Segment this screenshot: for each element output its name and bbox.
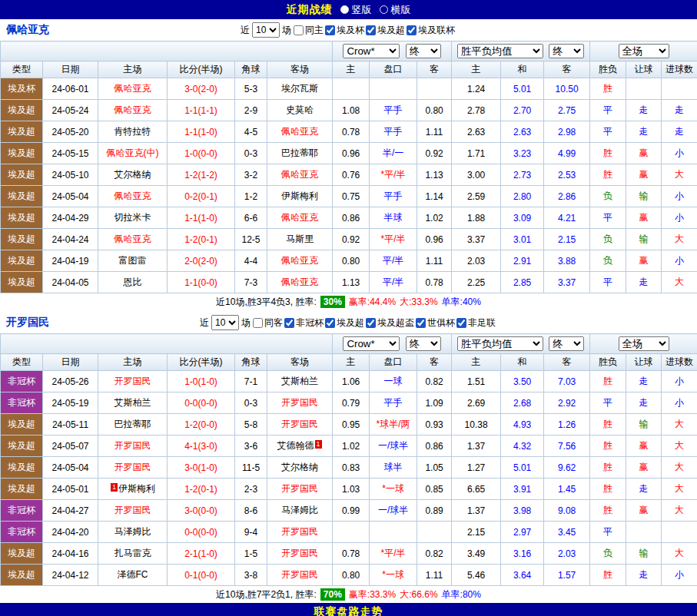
odds-home-cell: 1.02 [333, 436, 370, 457]
score-cell: 2-0(2-0) [168, 250, 235, 272]
result-goals-cell: 大 [662, 543, 697, 565]
team-name-link[interactable]: 恩比 [124, 277, 142, 287]
team-name-link[interactable]: 伊斯梅利 [281, 190, 318, 201]
filter-checkbox-input[interactable] [294, 25, 304, 35]
team-name-link[interactable]: 开罗国民 [281, 569, 318, 580]
team-name-link[interactable]: 佩哈亚克 [281, 212, 318, 223]
near-label: 近 [200, 316, 209, 330]
filter-checkbox[interactable]: 埃及超 [366, 24, 405, 37]
scope-select[interactable]: 全场 [619, 336, 669, 351]
filter-checkbox[interactable]: 非冠杯 [284, 316, 324, 330]
filter-checkbox-input[interactable] [416, 318, 426, 328]
team-name-link[interactable]: 埃尔瓦斯 [281, 83, 318, 94]
team-name-link[interactable]: 伊斯梅利 [118, 483, 155, 494]
team-name-link[interactable]: 富图雷 [119, 255, 147, 266]
team-name-link[interactable]: 泽德FC [118, 569, 148, 580]
filter-checkbox[interactable]: 埃及超 [325, 316, 364, 330]
avg-draw-cell: 2.97 [501, 522, 544, 543]
filter-checkbox[interactable]: 非足联 [456, 316, 496, 330]
filter-checkbox-input[interactable] [325, 25, 335, 35]
avg-home-cell: 1.71 [452, 143, 501, 164]
team-name-link[interactable]: 艾斯柏兰 [115, 397, 151, 408]
scope-select[interactable]: 全场 [619, 44, 669, 58]
filter-checkbox-input[interactable] [407, 25, 417, 35]
result-goals-cell: 小 [662, 392, 697, 414]
team-name-link[interactable]: 史莫哈 [286, 104, 314, 115]
away-team-cell: 马斯里 [267, 229, 333, 250]
team-name-link[interactable]: 巴拉蒂耶 [115, 419, 151, 429]
team-name-link[interactable]: 马斯里 [286, 233, 314, 244]
bottom-bar: 联赛盘路走势 [0, 603, 697, 616]
filter-checkbox-input[interactable] [366, 25, 376, 35]
filter-checkbox[interactable]: 埃及超盃 [366, 316, 414, 330]
avg-type-select[interactable]: 胜平负均值 [457, 336, 543, 351]
odds-away-cell: 0.89 [417, 500, 452, 522]
team-name-link[interactable]: 马泽姆比 [115, 526, 151, 537]
filter-checkbox[interactable]: 埃及联杯 [407, 24, 455, 37]
team-name-link[interactable]: 马泽姆比 [281, 505, 318, 515]
team-name-link[interactable]: 开罗国民 [115, 440, 151, 451]
filter-checkbox[interactable]: 同主 [294, 24, 324, 37]
team-name-link[interactable]: 扎马雷克 [115, 548, 151, 558]
odds-company-select[interactable]: Crow* [343, 336, 400, 351]
team-name-link[interactable]: 佩哈亚克 [281, 126, 318, 137]
team-name-link[interactable]: 佩哈亚克 [115, 83, 151, 94]
team-name-link[interactable]: 佩哈亚克(中) [107, 147, 159, 158]
team-name-link[interactable]: 切拉米卡 [115, 212, 151, 223]
team-name-link[interactable]: 开罗国民 [115, 462, 151, 472]
avg-draw-cell: 2.70 [501, 100, 544, 121]
filter-checkbox[interactable]: 世俱杯 [416, 316, 455, 330]
team-name-link[interactable]: 艾尔格纳 [281, 462, 318, 472]
odds-company-select[interactable]: Crow* [343, 44, 400, 58]
filter-checkbox[interactable]: 同客 [253, 316, 283, 330]
filter-checkbox-input[interactable] [366, 318, 376, 328]
odds-away-cell: 0.92 [417, 143, 452, 164]
filter-checkbox-input[interactable] [284, 318, 294, 328]
summary-text: 近10场,胜7平2负1, 胜率: [216, 588, 317, 601]
avg-type-select[interactable]: 胜平负均值 [457, 44, 543, 58]
team-name-link[interactable]: 佩哈亚克 [281, 255, 318, 266]
team-name-link[interactable]: 开罗国民 [281, 548, 318, 558]
filter-checkbox-input[interactable] [253, 318, 263, 328]
odds-home-cell: 0.83 [333, 457, 370, 479]
odds-home-cell: 0.79 [333, 392, 370, 414]
match-count-select[interactable]: 10 [252, 22, 280, 38]
avg-time-select[interactable]: 终 [549, 336, 584, 351]
team-name-link[interactable]: 开罗国民 [281, 419, 318, 429]
team-name-link[interactable]: 佩哈亚克 [115, 233, 151, 244]
team-name-link[interactable]: 艾德翰德 [277, 440, 314, 451]
col-res-handicap: 让球 [626, 354, 662, 371]
team-name-link[interactable]: 艾斯柏兰 [281, 376, 318, 386]
col-date: 日期 [43, 61, 98, 78]
away-team-cell: 佩哈亚克 [267, 207, 333, 229]
team-name-link[interactable]: 佩哈亚克 [115, 190, 151, 201]
filter-checkbox-input[interactable] [456, 318, 466, 328]
home-team-cell: 恩比 [98, 272, 168, 293]
team-name-link[interactable]: 开罗国民 [281, 483, 318, 494]
layout-radio-vertical[interactable]: 竖版 [340, 3, 372, 17]
filter-checkbox-input[interactable] [325, 318, 335, 328]
team-name-link[interactable]: 艾尔格纳 [115, 169, 151, 180]
team-name-link[interactable]: 开罗国民 [281, 397, 318, 408]
avg-time-select[interactable]: 终 [549, 44, 584, 58]
filter-checkbox-label: 非冠杯 [296, 316, 324, 330]
team-name-link[interactable]: 开罗国民 [115, 505, 151, 515]
filter-checkbox-label: 埃及杯 [337, 24, 364, 37]
col-type: 类型 [1, 354, 43, 371]
league-filter-group: 同客非冠杯埃及超埃及超盃世俱杯非足联 [253, 316, 497, 330]
games-label: 场 [282, 24, 291, 37]
team-name-link[interactable]: 肯特拉特 [115, 126, 151, 137]
match-count-select[interactable]: 10 [211, 315, 239, 330]
match-row: 埃及超24-05-15佩哈亚克(中)1-0(0-0)0-3巴拉蒂耶0.96半/一… [1, 143, 697, 164]
team-name-link[interactable]: 佩哈亚克 [281, 277, 318, 287]
team-name-link[interactable]: 佩哈亚克 [281, 169, 318, 180]
layout-radio-horizontal[interactable]: 横版 [380, 3, 411, 17]
avg-draw-cell: 3.50 [501, 371, 544, 392]
team-name-link[interactable]: 巴拉蒂耶 [281, 147, 318, 158]
team-name-link[interactable]: 佩哈亚克 [115, 104, 151, 115]
odds-time-select[interactable]: 终 [406, 336, 441, 351]
team-name-link[interactable]: 开罗国民 [281, 526, 318, 537]
filter-checkbox[interactable]: 埃及杯 [325, 24, 364, 37]
odds-time-select[interactable]: 终 [406, 44, 441, 58]
team-name-link[interactable]: 开罗国民 [115, 376, 151, 386]
